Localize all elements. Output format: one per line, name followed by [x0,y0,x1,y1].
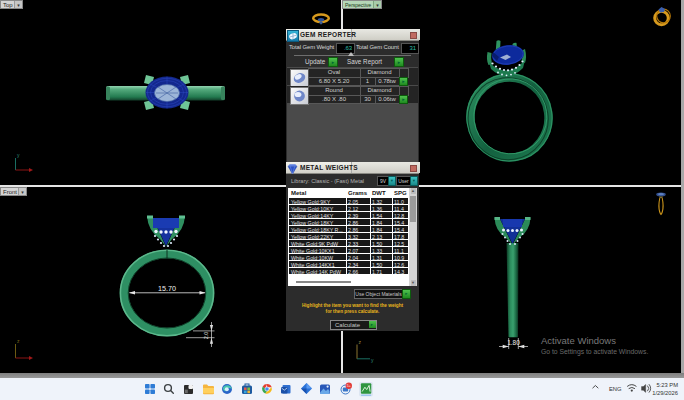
svg-text:y: y [17,152,20,158]
svg-text:1.80: 1.80 [507,339,520,346]
svg-text:15.70: 15.70 [158,284,176,293]
svg-text:z: z [359,339,362,345]
svg-text:z: z [17,338,20,344]
svg-text:5:23 PM: 5:23 PM [656,382,678,388]
svg-text:y: y [371,357,374,363]
svg-text:Go to Settings to activate Win: Go to Settings to activate Windows. [541,348,648,356]
svg-text:5+: 5+ [347,384,351,388]
svg-text:2.0: 2.0 [203,332,209,340]
svg-text:1/29/2026: 1/29/2026 [652,390,678,396]
svg-text:Activate Windows: Activate Windows [541,335,616,346]
svg-text:ENG: ENG [609,386,622,392]
